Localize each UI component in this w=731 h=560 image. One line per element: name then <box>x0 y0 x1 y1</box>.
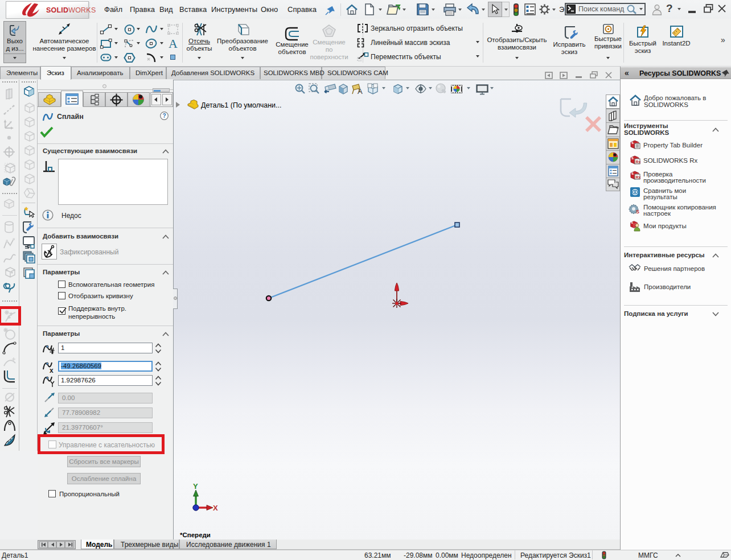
svg-text:S: S <box>636 209 639 215</box>
svg-text:A: A <box>358 87 363 96</box>
svg-text:Y: Y <box>193 482 198 491</box>
svg-text:Rx: Rx <box>636 160 641 164</box>
svg-text:?: ? <box>163 113 166 119</box>
svg-text:X: X <box>213 504 218 512</box>
svg-text:x: x <box>50 367 54 374</box>
svg-text:Rx: Rx <box>636 175 641 179</box>
